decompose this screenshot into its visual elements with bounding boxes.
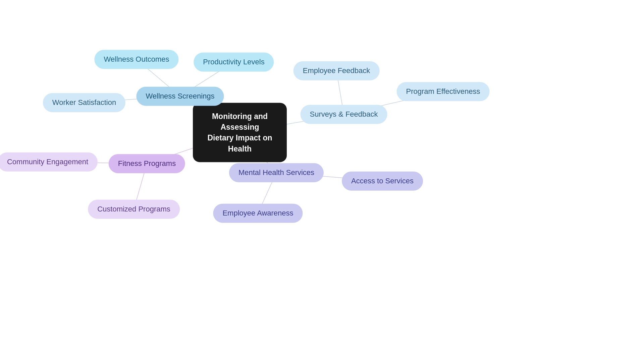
node-access-to-services[interactable]: Access to Services	[342, 172, 423, 191]
node-mental-health-services[interactable]: Mental Health Services	[229, 163, 324, 182]
node-community-engagement[interactable]: Community Engagement	[0, 153, 98, 172]
node-worker-satisfaction[interactable]: Worker Satisfaction	[43, 93, 125, 112]
node-employee-feedback[interactable]: Employee Feedback	[293, 61, 380, 80]
center-node: Monitoring and Assessing Dietary Impact …	[193, 103, 287, 162]
node-productivity-levels[interactable]: Productivity Levels	[194, 53, 274, 72]
node-program-effectiveness[interactable]: Program Effectiveness	[397, 82, 490, 101]
node-wellness-screenings[interactable]: Wellness Screenings	[136, 87, 224, 106]
node-fitness-programs[interactable]: Fitness Programs	[109, 154, 185, 173]
node-surveys-feedback[interactable]: Surveys & Feedback	[301, 105, 387, 124]
node-employee-awareness[interactable]: Employee Awareness	[213, 204, 303, 223]
node-customized-programs[interactable]: Customized Programs	[88, 200, 180, 219]
node-wellness-outcomes[interactable]: Wellness Outcomes	[94, 50, 178, 69]
